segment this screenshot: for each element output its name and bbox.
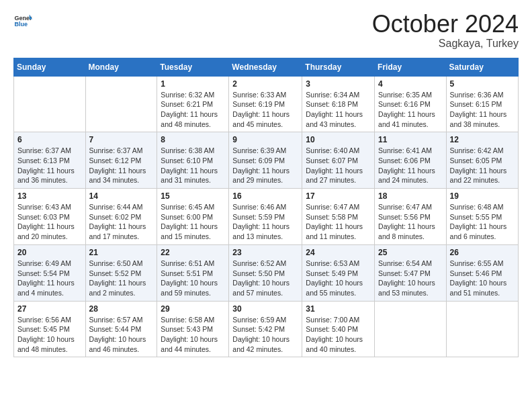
table-cell: 29Sunrise: 6:58 AMSunset: 5:43 PMDayligh… bbox=[157, 301, 229, 357]
calendar-row: 27Sunrise: 6:56 AMSunset: 5:45 PMDayligh… bbox=[14, 301, 519, 357]
table-cell: 22Sunrise: 6:51 AMSunset: 5:51 PMDayligh… bbox=[157, 244, 229, 301]
day-number: 24 bbox=[306, 248, 371, 257]
day-number: 14 bbox=[89, 191, 154, 201]
calendar-page: General Blue October 2024 Sagkaya, Turke… bbox=[0, 0, 532, 411]
table-cell: 26Sunrise: 6:55 AMSunset: 5:46 PMDayligh… bbox=[446, 244, 518, 301]
table-cell: 14Sunrise: 6:44 AMSunset: 6:02 PMDayligh… bbox=[85, 189, 157, 245]
cell-info: Sunrise: 6:57 AMSunset: 5:44 PMDaylight:… bbox=[89, 316, 146, 353]
table-cell: 28Sunrise: 6:57 AMSunset: 5:44 PMDayligh… bbox=[85, 301, 157, 357]
cell-info: Sunrise: 6:47 AMSunset: 5:58 PMDaylight:… bbox=[306, 203, 363, 240]
table-cell: 2Sunrise: 6:33 AMSunset: 6:19 PMDaylight… bbox=[229, 76, 302, 132]
day-number: 11 bbox=[378, 135, 443, 144]
day-number: 22 bbox=[161, 248, 225, 257]
cell-info: Sunrise: 6:41 AMSunset: 6:06 PMDaylight:… bbox=[378, 146, 435, 184]
day-number: 30 bbox=[232, 304, 298, 314]
cell-info: Sunrise: 6:37 AMSunset: 6:12 PMDaylight:… bbox=[89, 146, 146, 184]
cell-info: Sunrise: 6:33 AMSunset: 6:19 PMDaylight:… bbox=[232, 91, 290, 128]
weekday-header-row: Sunday Monday Tuesday Wednesday Thursday… bbox=[14, 58, 519, 76]
day-number: 23 bbox=[232, 248, 298, 257]
cell-info: Sunrise: 6:56 AMSunset: 5:45 PMDaylight:… bbox=[17, 316, 75, 353]
table-cell: 8Sunrise: 6:38 AMSunset: 6:10 PMDaylight… bbox=[157, 132, 229, 189]
table-cell bbox=[85, 76, 157, 132]
day-number: 31 bbox=[306, 304, 371, 314]
day-number: 5 bbox=[450, 79, 515, 89]
day-number: 2 bbox=[232, 79, 298, 89]
table-cell: 6Sunrise: 6:37 AMSunset: 6:13 PMDaylight… bbox=[14, 132, 86, 189]
cell-info: Sunrise: 6:51 AMSunset: 5:51 PMDaylight:… bbox=[161, 259, 218, 297]
cell-info: Sunrise: 6:45 AMSunset: 6:00 PMDaylight:… bbox=[161, 203, 218, 240]
cell-info: Sunrise: 6:47 AMSunset: 5:56 PMDaylight:… bbox=[378, 203, 435, 240]
day-number: 21 bbox=[89, 248, 154, 257]
location-subtitle: Sagkaya, Turkey bbox=[372, 38, 519, 50]
day-number: 13 bbox=[17, 191, 82, 201]
cell-info: Sunrise: 6:49 AMSunset: 5:54 PMDaylight:… bbox=[17, 259, 75, 297]
day-number: 3 bbox=[306, 79, 371, 89]
calendar-row: 6Sunrise: 6:37 AMSunset: 6:13 PMDaylight… bbox=[14, 132, 519, 189]
cell-info: Sunrise: 6:37 AMSunset: 6:13 PMDaylight:… bbox=[17, 146, 75, 184]
day-number: 17 bbox=[306, 191, 371, 201]
cell-info: Sunrise: 6:36 AMSunset: 6:15 PMDaylight:… bbox=[450, 91, 507, 128]
cell-info: Sunrise: 6:38 AMSunset: 6:10 PMDaylight:… bbox=[161, 146, 218, 184]
header-tuesday: Tuesday bbox=[157, 58, 229, 76]
day-number: 15 bbox=[161, 191, 225, 201]
table-cell: 20Sunrise: 6:49 AMSunset: 5:54 PMDayligh… bbox=[14, 244, 86, 301]
cell-info: Sunrise: 6:43 AMSunset: 6:03 PMDaylight:… bbox=[17, 203, 75, 240]
table-cell: 25Sunrise: 6:54 AMSunset: 5:47 PMDayligh… bbox=[375, 244, 447, 301]
table-cell: 23Sunrise: 6:52 AMSunset: 5:50 PMDayligh… bbox=[229, 244, 302, 301]
cell-info: Sunrise: 6:52 AMSunset: 5:50 PMDaylight:… bbox=[232, 259, 290, 297]
cell-info: Sunrise: 6:34 AMSunset: 6:18 PMDaylight:… bbox=[306, 91, 363, 128]
table-cell: 19Sunrise: 6:48 AMSunset: 5:55 PMDayligh… bbox=[446, 189, 518, 245]
day-number: 27 bbox=[17, 304, 82, 314]
cell-info: Sunrise: 6:35 AMSunset: 6:16 PMDaylight:… bbox=[378, 91, 435, 128]
day-number: 1 bbox=[161, 79, 225, 89]
calendar-row: 1Sunrise: 6:32 AMSunset: 6:21 PMDaylight… bbox=[14, 76, 519, 132]
cell-info: Sunrise: 7:00 AMSunset: 5:40 PMDaylight:… bbox=[306, 316, 363, 353]
table-cell: 31Sunrise: 7:00 AMSunset: 5:40 PMDayligh… bbox=[302, 301, 375, 357]
day-number: 28 bbox=[89, 304, 154, 314]
table-cell bbox=[446, 301, 518, 357]
header-wednesday: Wednesday bbox=[229, 58, 302, 76]
table-cell: 13Sunrise: 6:43 AMSunset: 6:03 PMDayligh… bbox=[14, 189, 86, 245]
header-thursday: Thursday bbox=[302, 58, 375, 76]
table-cell bbox=[375, 301, 447, 357]
cell-info: Sunrise: 6:54 AMSunset: 5:47 PMDaylight:… bbox=[378, 259, 435, 297]
calendar-row: 13Sunrise: 6:43 AMSunset: 6:03 PMDayligh… bbox=[14, 189, 519, 245]
cell-info: Sunrise: 6:46 AMSunset: 5:59 PMDaylight:… bbox=[232, 203, 290, 240]
month-title: October 2024 bbox=[372, 11, 519, 38]
cell-info: Sunrise: 6:42 AMSunset: 6:05 PMDaylight:… bbox=[450, 146, 507, 184]
header-monday: Monday bbox=[85, 58, 157, 76]
header-friday: Friday bbox=[375, 58, 447, 76]
table-cell: 1Sunrise: 6:32 AMSunset: 6:21 PMDaylight… bbox=[157, 76, 229, 132]
cell-info: Sunrise: 6:58 AMSunset: 5:43 PMDaylight:… bbox=[161, 316, 218, 353]
calendar-row: 20Sunrise: 6:49 AMSunset: 5:54 PMDayligh… bbox=[14, 244, 519, 301]
cell-info: Sunrise: 6:50 AMSunset: 5:52 PMDaylight:… bbox=[89, 259, 146, 297]
cell-info: Sunrise: 6:55 AMSunset: 5:46 PMDaylight:… bbox=[450, 259, 507, 297]
table-cell: 27Sunrise: 6:56 AMSunset: 5:45 PMDayligh… bbox=[14, 301, 86, 357]
table-cell: 15Sunrise: 6:45 AMSunset: 6:00 PMDayligh… bbox=[157, 189, 229, 245]
table-cell: 12Sunrise: 6:42 AMSunset: 6:05 PMDayligh… bbox=[446, 132, 518, 189]
table-cell: 3Sunrise: 6:34 AMSunset: 6:18 PMDaylight… bbox=[302, 76, 375, 132]
table-cell: 11Sunrise: 6:41 AMSunset: 6:06 PMDayligh… bbox=[375, 132, 447, 189]
table-cell bbox=[14, 76, 86, 132]
table-cell: 10Sunrise: 6:40 AMSunset: 6:07 PMDayligh… bbox=[302, 132, 375, 189]
table-cell: 16Sunrise: 6:46 AMSunset: 5:59 PMDayligh… bbox=[229, 189, 302, 245]
day-number: 10 bbox=[306, 135, 371, 144]
day-number: 25 bbox=[378, 248, 443, 257]
logo: General Blue bbox=[13, 11, 32, 30]
table-cell: 17Sunrise: 6:47 AMSunset: 5:58 PMDayligh… bbox=[302, 189, 375, 245]
day-number: 19 bbox=[450, 191, 515, 201]
day-number: 26 bbox=[450, 248, 515, 257]
day-number: 8 bbox=[161, 135, 225, 144]
table-cell: 4Sunrise: 6:35 AMSunset: 6:16 PMDaylight… bbox=[375, 76, 447, 132]
cell-info: Sunrise: 6:39 AMSunset: 6:09 PMDaylight:… bbox=[232, 146, 290, 184]
day-number: 29 bbox=[161, 304, 225, 314]
logo-icon: General Blue bbox=[13, 11, 32, 30]
table-cell: 18Sunrise: 6:47 AMSunset: 5:56 PMDayligh… bbox=[375, 189, 447, 245]
day-number: 20 bbox=[17, 248, 82, 257]
cell-info: Sunrise: 6:44 AMSunset: 6:02 PMDaylight:… bbox=[89, 203, 146, 240]
day-number: 16 bbox=[232, 191, 298, 201]
cell-info: Sunrise: 6:59 AMSunset: 5:42 PMDaylight:… bbox=[232, 316, 290, 353]
cell-info: Sunrise: 6:40 AMSunset: 6:07 PMDaylight:… bbox=[306, 146, 363, 184]
title-block: October 2024 Sagkaya, Turkey bbox=[372, 11, 519, 50]
header-saturday: Saturday bbox=[446, 58, 518, 76]
